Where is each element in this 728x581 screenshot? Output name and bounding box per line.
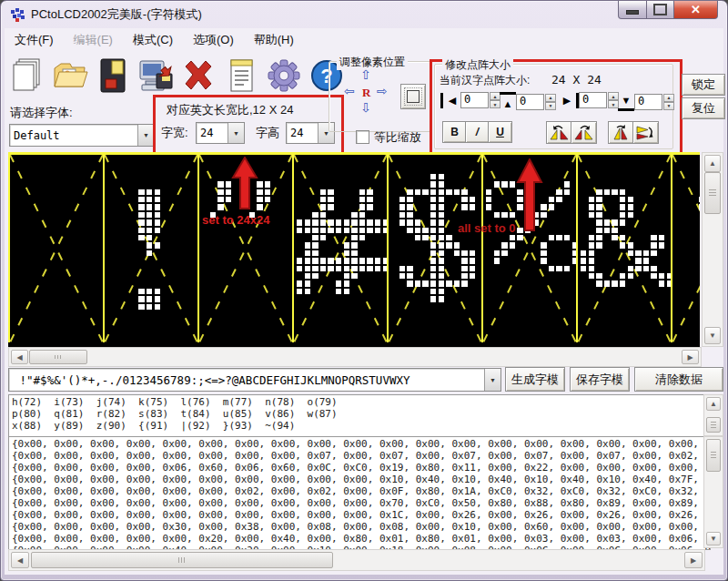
- glyph-pixel: [155, 197, 160, 202]
- move-up-button[interactable]: ⇧: [360, 67, 371, 82]
- glyph-cell[interactable]: [671, 155, 700, 342]
- close-button[interactable]: ✕: [674, 1, 718, 19]
- margin-right-field[interactable]: 0: [579, 92, 607, 108]
- charstrip-dropdown-button[interactable]: ▼: [484, 369, 500, 391]
- scroll-thumb[interactable]: [29, 350, 87, 364]
- scroll-right-button[interactable]: ▶: [682, 350, 699, 364]
- scroll-thumb[interactable]: [31, 552, 333, 568]
- scroll-thumb[interactable]: [704, 172, 721, 214]
- scroll-left-button[interactable]: ◀: [11, 350, 28, 364]
- preview-horizontal-scrollbar[interactable]: ◀ ▶: [8, 347, 702, 367]
- flip-horizontal-button[interactable]: [632, 121, 659, 144]
- glyph-pixel: [501, 212, 507, 218]
- new-file-button[interactable]: [8, 56, 46, 96]
- save-font-button[interactable]: 保存字模: [570, 367, 630, 392]
- scroll-left-button[interactable]: ◀: [11, 552, 29, 568]
- charstrip-combo[interactable]: !"#$%&'()*+,-./0123456789:;<=>?@ABCDEFGH…: [8, 368, 501, 392]
- glyph-pixel: [589, 273, 594, 279]
- menu-item[interactable]: 文件(F): [5, 28, 64, 52]
- scroll-up-button[interactable]: ▲: [706, 397, 721, 411]
- clear-data-button[interactable]: 清除数据: [634, 367, 723, 392]
- rotate-right-button[interactable]: [571, 121, 597, 144]
- glyph-cell[interactable]: [103, 155, 197, 342]
- scroll-left-icon: ◀: [16, 353, 22, 362]
- proportional-scale-checkbox[interactable]: [356, 130, 369, 144]
- maximize-button[interactable]: [647, 1, 674, 19]
- glyph-pixel: [351, 250, 357, 256]
- glyph-pixel: [367, 204, 372, 209]
- save-to-computer-button[interactable]: [136, 56, 175, 96]
- flip-vertical-button[interactable]: [608, 121, 634, 144]
- bold-button[interactable]: B: [442, 121, 467, 143]
- char-width-dropdown-button[interactable]: ▼: [228, 123, 244, 143]
- menu-item[interactable]: 选项(O): [183, 28, 244, 52]
- reset-letter: R: [362, 86, 370, 99]
- glyph-pixel: [439, 228, 444, 233]
- glyph-preview-canvas[interactable]: set to 24x24 all set to 0: [8, 152, 700, 351]
- glyph-pixel: [620, 212, 625, 218]
- margin-bottom-field[interactable]: 0: [634, 94, 662, 110]
- glyph-pixel: [430, 273, 436, 279]
- glyph-pixel: [336, 266, 341, 271]
- center-glyph-button[interactable]: [400, 84, 426, 109]
- settings-button[interactable]: [265, 56, 303, 96]
- menu-item[interactable]: 编辑(E): [64, 28, 123, 52]
- open-file-button[interactable]: [51, 56, 89, 96]
- hex-horizontal-scrollbar[interactable]: ◀ ▶: [8, 549, 705, 571]
- minimize-button[interactable]: [618, 1, 647, 19]
- codes-vertical-scrollbar[interactable]: ▲: [703, 394, 723, 436]
- glyph-pixel: [446, 280, 451, 286]
- glyph-pixel: [612, 219, 617, 225]
- glyph-pixel: [328, 258, 333, 263]
- spin-down-button[interactable]: ▼: [545, 102, 556, 110]
- glyph-cell[interactable]: [292, 155, 387, 342]
- scroll-up-button[interactable]: ▲: [704, 155, 721, 172]
- char-height-combo[interactable]: 24 ▼: [286, 122, 335, 144]
- glyph-pixel: [155, 204, 160, 209]
- scroll-down-button[interactable]: ▼: [704, 327, 721, 344]
- menu-item[interactable]: 模式(C): [123, 28, 183, 52]
- menu-item[interactable]: 帮助(H): [244, 28, 304, 52]
- title-bar[interactable]: PCtoLCD2002完美版-(字符模式) ✕: [1, 1, 727, 28]
- spin-down-button[interactable]: ▼: [663, 102, 674, 110]
- underline-button[interactable]: U: [488, 121, 512, 143]
- margin-left-field[interactable]: 0: [460, 92, 489, 108]
- move-right-button[interactable]: ⇨: [377, 84, 388, 98]
- scroll-thumb[interactable]: [706, 417, 721, 433]
- rotate-left-button[interactable]: [546, 121, 572, 144]
- glyph-cell[interactable]: [8, 155, 103, 342]
- glyph-cell[interactable]: [387, 155, 481, 342]
- char-codes-panel[interactable]: h(72) i(73) j(74) k(75) l(76) m(77) n(78…: [8, 394, 711, 438]
- font-select-combo[interactable]: Default ▼: [9, 124, 155, 147]
- char-width-combo[interactable]: 24 ▼: [196, 122, 245, 144]
- scroll-down-button[interactable]: ▼: [706, 532, 721, 545]
- margin-top-field[interactable]: 0: [516, 94, 544, 110]
- glyph-pixel: [556, 235, 561, 240]
- italic-button[interactable]: /: [465, 121, 490, 143]
- scroll-right-button[interactable]: ▶: [684, 552, 703, 568]
- hex-vertical-scrollbar[interactable]: ▼: [703, 436, 723, 548]
- save-button[interactable]: [94, 56, 132, 96]
- arrow-down-icon: ⇩: [360, 100, 371, 115]
- spin-up-button[interactable]: ▲: [663, 94, 674, 102]
- font-select-dropdown-button[interactable]: ▼: [137, 125, 154, 146]
- glyph-cell[interactable]: [576, 155, 671, 342]
- preview-vertical-scrollbar[interactable]: ▲ ▼: [702, 152, 723, 347]
- lock-button[interactable]: 锁定: [682, 74, 725, 96]
- report-button[interactable]: [222, 56, 260, 96]
- glyph-pixel: [344, 228, 349, 233]
- spin-up-button[interactable]: ▲: [545, 94, 556, 102]
- delete-button[interactable]: [179, 56, 217, 96]
- scroll-thumb[interactable]: [706, 439, 721, 472]
- glyph-pixel: [399, 212, 405, 218]
- glyph-pixel: [328, 266, 333, 271]
- glyph-pixel: [430, 289, 436, 294]
- glyph-pixel: [556, 197, 561, 202]
- reset-button[interactable]: 复位: [682, 97, 725, 119]
- move-down-button[interactable]: ⇩: [360, 100, 371, 115]
- reset-position-button[interactable]: R: [362, 86, 370, 100]
- hex-data-panel[interactable]: {0x00, 0x00, 0x00, 0x00, 0x00, 0x00, 0x0…: [8, 436, 711, 550]
- move-left-button[interactable]: ⇦: [344, 84, 355, 98]
- glyph-pixel: [454, 189, 460, 195]
- generate-font-button[interactable]: 生成字模: [505, 367, 565, 392]
